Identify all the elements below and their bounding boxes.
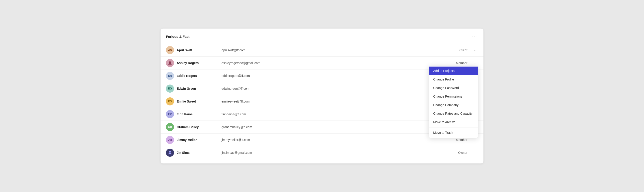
svg-point-0 bbox=[169, 61, 171, 63]
dropdown-menu-ashley-rogers: Add to ProjectsChange ProfileChange Pass… bbox=[429, 66, 478, 138]
avatar-finn-paine: FP bbox=[166, 110, 174, 118]
user-name-ashley-rogers: Ashley Rogers bbox=[177, 61, 222, 65]
avatar-april-swift: AS bbox=[166, 46, 174, 54]
header-dots-button[interactable]: ··· bbox=[471, 33, 478, 40]
user-role-april-swift: Client bbox=[445, 48, 467, 52]
dots-button-jin-sims[interactable]: ··· bbox=[471, 149, 478, 156]
dropdown-item-change-profile[interactable]: Change Profile bbox=[429, 75, 478, 84]
user-email-emilie-sweet: emiliesweet@ff.com bbox=[222, 100, 452, 103]
user-rows-container: ASApril Swiftaprilswift@ff.comClient···A… bbox=[160, 44, 484, 159]
user-email-jin-sims: jinsimsac@gmail.com bbox=[222, 151, 445, 154]
user-name-finn-paine: Finn Paine bbox=[177, 112, 222, 116]
user-role-ashley-rogers: Member bbox=[445, 61, 467, 65]
avatar-jimmy-mellor: JM bbox=[166, 136, 174, 144]
dropdown-item-change-company[interactable]: Change Company bbox=[429, 101, 478, 109]
dropdown-item-change-rates[interactable]: Change Rates and Capacity bbox=[429, 109, 478, 118]
card-header: Furious & Fast ··· bbox=[160, 33, 484, 44]
user-name-edwin-green: Edwin Green bbox=[177, 87, 222, 90]
user-row-jin-sims: Jin Simsjinsimsac@gmail.comOwner··· bbox=[160, 146, 484, 159]
dropdown-item-move-to-trash[interactable]: Move to Trash bbox=[429, 128, 478, 137]
user-email-jimmy-mellor: jimmymellor@ff.com bbox=[222, 138, 445, 142]
avatar-ashley-rogers bbox=[166, 59, 174, 67]
user-email-eddie-rogers: eddierogers@ff.com bbox=[222, 74, 452, 77]
user-role-jimmy-mellor: Member bbox=[445, 138, 467, 142]
avatar-graham-bailey: GB bbox=[166, 123, 174, 131]
dropdown-item-change-permissions[interactable]: Change Permissions bbox=[429, 92, 478, 101]
user-name-jin-sims: Jin Sims bbox=[177, 151, 222, 154]
company-name: Furious & Fast bbox=[166, 35, 190, 38]
svg-point-1 bbox=[169, 151, 171, 153]
user-email-edwin-green: edwingreen@ff.com bbox=[222, 87, 452, 90]
dropdown-item-move-to-archive[interactable]: Move to Archive bbox=[429, 118, 478, 126]
user-list-card: Furious & Fast ··· ASApril Swiftaprilswi… bbox=[160, 29, 484, 163]
user-name-graham-bailey: Graham Bailey bbox=[177, 125, 222, 129]
dropdown-divider bbox=[429, 127, 478, 128]
user-email-graham-bailey: grahambailey@ff.com bbox=[222, 125, 452, 129]
avatar-eddie-rogers: ER bbox=[166, 72, 174, 80]
user-name-jimmy-mellor: Jimmy Mellor bbox=[177, 138, 222, 142]
dropdown-item-add-to-projects[interactable]: Add to Projects bbox=[429, 66, 478, 75]
dropdown-item-change-password[interactable]: Change Password bbox=[429, 84, 478, 92]
user-name-eddie-rogers: Eddie Rogers bbox=[177, 74, 222, 77]
dots-button-april-swift[interactable]: ··· bbox=[471, 47, 478, 53]
avatar-edwin-green: EG bbox=[166, 84, 174, 93]
user-name-emilie-sweet: Emilie Sweet bbox=[177, 100, 222, 103]
avatar-emilie-sweet: ES bbox=[166, 97, 174, 106]
user-row-april-swift: ASApril Swiftaprilswift@ff.comClient··· bbox=[160, 44, 484, 56]
user-row-ashley-rogers: Ashley Rogersashleyrogersac@gmail.comMem… bbox=[160, 56, 484, 69]
user-email-ashley-rogers: ashleyrogersac@gmail.com bbox=[222, 61, 445, 65]
user-name-april-swift: April Swift bbox=[177, 48, 222, 52]
user-role-jin-sims: Owner bbox=[445, 151, 467, 154]
user-email-finn-paine: finnpaine@ff.com bbox=[222, 112, 452, 116]
dots-button-ashley-rogers[interactable]: ··· bbox=[471, 60, 478, 66]
user-email-april-swift: aprilswift@ff.com bbox=[222, 48, 445, 52]
avatar-jin-sims bbox=[166, 149, 174, 157]
